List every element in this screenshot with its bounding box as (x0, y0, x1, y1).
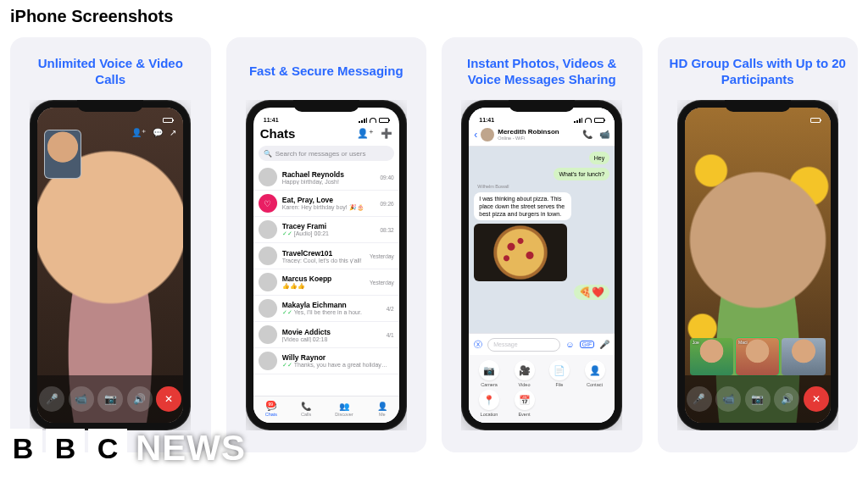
gif-icon[interactable]: GIF (580, 341, 595, 348)
attachment-option[interactable]: 👤Contact (578, 360, 612, 388)
phone-mockup: 11:41 Joe Maci 🎤 📹 📷 🔊 (677, 100, 838, 430)
attachment-option[interactable]: 📅Event (508, 390, 542, 418)
video-toggle-button[interactable]: 📹 (69, 386, 94, 412)
video-toggle-button[interactable]: 📹 (715, 386, 741, 412)
chat-time: 4/2 (387, 306, 394, 312)
message-out[interactable]: Hey (589, 152, 609, 164)
chat-row[interactable]: Rachael ReynoldsHappy birthday, Josh!09:… (253, 164, 399, 191)
card-title: Unlimited Voice & Video Calls (19, 54, 203, 88)
participant-thumb[interactable] (782, 338, 825, 375)
compose-icon[interactable]: ➕ (381, 128, 392, 139)
attachment-label: Camera (481, 382, 498, 387)
chat-row[interactable]: TravelCrew101Tracey: Cool, let's do this… (253, 243, 399, 269)
discover-icon: 👥 (339, 402, 349, 411)
participant-thumb[interactable]: Maci (736, 338, 779, 375)
phone-mockup: 11:41 👤⁺ 💬 ↗ 🎤 📹 📷 (30, 100, 191, 430)
screenshot-card[interactable]: Unlimited Voice & Video Calls 11:41 👤⁺ 💬 (10, 37, 211, 452)
bbc-logo-block: C (88, 429, 127, 468)
attachment-option[interactable]: 🎥Video (508, 360, 542, 388)
attachment-label: Video (519, 382, 531, 387)
video-call-icon[interactable]: 📹 (599, 130, 609, 139)
end-call-button[interactable]: ✕ (804, 386, 829, 412)
close-attach-icon[interactable]: ⓧ (474, 339, 482, 351)
read-checks-icon: ✓✓ (282, 362, 292, 368)
screenshot-card[interactable]: Instant Photos, Videos & Voice Messages … (442, 37, 643, 452)
chat-time: 4/1 (387, 332, 394, 338)
speaker-button[interactable]: 🔊 (774, 386, 799, 412)
transfer-icon[interactable]: ↗ (170, 128, 176, 137)
screenshot-card[interactable]: HD Group Calls with Up to 20 Participant… (658, 37, 859, 452)
search-input[interactable]: 🔍 Search for messages or users (259, 146, 394, 161)
chat-avatar (259, 325, 277, 344)
tab-me[interactable]: 👤Me (377, 402, 387, 417)
tab-calls[interactable]: 📞Calls (301, 402, 311, 417)
mute-button[interactable]: 🎤 (39, 386, 64, 412)
chat-time: 09:40 (380, 175, 393, 180)
bbc-logo-block: B (3, 429, 42, 468)
back-button[interactable]: ‹ (474, 129, 477, 141)
battery-icon (379, 118, 389, 123)
contact-status: Online - WiFi (498, 136, 559, 141)
camera-icon: 📷 (479, 360, 499, 380)
phone-mockup: 11:41 Chats 👤⁺ ➕ 🔍 Search for messages o… (246, 100, 407, 430)
battery-icon (163, 118, 173, 123)
add-participant-icon[interactable]: 👤⁺ (131, 128, 146, 137)
self-video-pip[interactable] (44, 130, 81, 179)
chat-row[interactable]: ♡Eat, Pray, LoveKaren: Hey birthday boy!… (253, 191, 399, 217)
chats-screen: 11:41 Chats 👤⁺ ➕ 🔍 Search for messages o… (253, 108, 399, 423)
unread-badge: 99 (266, 401, 276, 408)
battery-icon (810, 118, 821, 123)
chat-name: Rachael Reynolds (282, 170, 376, 179)
conversation-screen: 11:41 ‹ Meredith Robinson Online - WiFi (469, 108, 615, 423)
chat-avatar (259, 220, 277, 239)
chat-row[interactable]: Makayla Eichmann✓✓Yes, I'll be there in … (253, 296, 399, 322)
chat-name: Eat, Pray, Love (282, 196, 376, 204)
mic-icon[interactable]: 🎤 (599, 340, 609, 349)
camera-button[interactable]: 📷 (97, 386, 123, 412)
attachment-option[interactable]: 📄File (542, 360, 576, 388)
compose-bar: ⓧ Message ☺ GIF 🎤 (469, 333, 615, 355)
message-image[interactable] (474, 224, 567, 281)
chat-avatar (259, 168, 277, 186)
attachment-label: Event (518, 412, 530, 417)
calls-icon: 📞 (301, 402, 311, 411)
tab-chats[interactable]: 💬Chats99 (265, 402, 277, 417)
message-out[interactable]: What's for lunch? (554, 168, 609, 180)
message-out[interactable]: 🍕❤️ (574, 285, 609, 300)
tab-discover[interactable]: 👥Discover (335, 402, 353, 417)
chat-time: Yesterday (370, 253, 394, 259)
emoji-icon[interactable]: ☺ (565, 340, 574, 349)
read-checks-icon: ✓✓ (282, 230, 292, 236)
message-in[interactable]: I was thinking about pizza. This place d… (474, 192, 571, 220)
chats-title: Chats (260, 126, 296, 141)
chat-row[interactable]: Tracey Frami✓✓[Audio] 00:2108:32 (253, 217, 399, 243)
contact-avatar[interactable] (481, 128, 494, 141)
chat-name: TravelCrew101 (282, 249, 364, 258)
participant-thumbnails: Joe Maci (685, 338, 831, 375)
end-call-button[interactable]: ✕ (156, 386, 181, 412)
chat-avatar (259, 247, 277, 265)
status-time: 11:41 (479, 117, 494, 123)
tab-bar: 💬Chats99 📞Calls 👥Discover 👤Me (253, 396, 399, 423)
location-icon: 📍 (479, 390, 499, 410)
add-contact-icon[interactable]: 👤⁺ (357, 128, 374, 139)
chat-row[interactable]: Marcus Koepp👍👍👍Yesterday (253, 269, 399, 296)
camera-button[interactable]: 📷 (745, 386, 771, 412)
file-icon: 📄 (549, 360, 570, 380)
chat-preview: ✓✓[Audio] 00:21 (282, 230, 376, 237)
mute-button[interactable]: 🎤 (687, 386, 712, 412)
chat-row[interactable]: Movie Addicts[Video call] 02:184/1 (253, 322, 399, 348)
attachment-option[interactable]: 📍Location (472, 390, 506, 418)
screenshot-card[interactable]: Fast & Secure Messaging 11:41 Chats 👤⁺ ➕ (226, 37, 427, 452)
video-icon: 🎥 (515, 360, 535, 380)
attachment-label: Location (481, 412, 498, 417)
event-icon: 📅 (515, 390, 535, 410)
participant-thumb[interactable]: Joe (690, 338, 733, 375)
attachment-option[interactable]: 📷Camera (472, 360, 506, 388)
chat-icon[interactable]: 💬 (153, 128, 163, 137)
voice-call-icon[interactable]: 📞 (582, 130, 593, 139)
chat-row[interactable]: Willy Raynor✓✓Thanks, you have a great h… (253, 348, 399, 374)
card-title: Instant Photos, Videos & Voice Messages … (450, 54, 634, 88)
speaker-button[interactable]: 🔊 (127, 386, 153, 412)
message-input[interactable]: Message (487, 338, 560, 352)
